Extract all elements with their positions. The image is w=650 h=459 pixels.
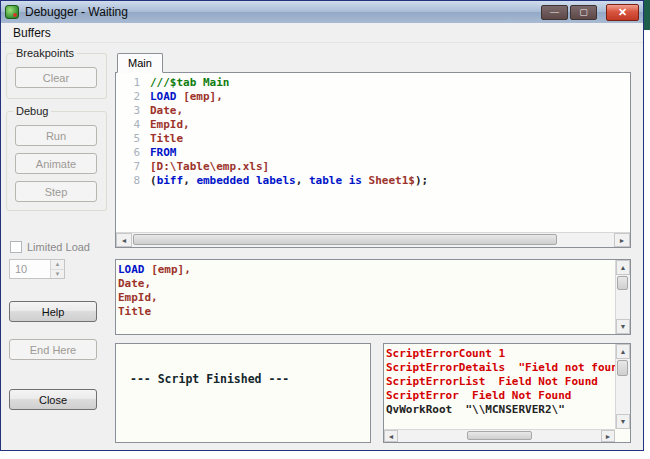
current-statement-panel: LOAD [emp],Date,EmpId,Title ▲ ▼ [115, 259, 631, 335]
code-line: ScriptError Field Not Found [386, 389, 613, 403]
maximize-icon[interactable]: ▢ [570, 5, 597, 20]
load-limit-value: 10 [10, 260, 50, 278]
scroll-up-icon[interactable]: ▲ [616, 344, 630, 359]
script-status-text: --- Script Finished --- [116, 344, 370, 386]
debugger-dialog: Debugger - Waiting — ▢ ✕ Buffers Breakpo… [0, 0, 644, 451]
script-editor-panel[interactable]: 1///$tab Main2LOAD [emp],3Date,4EmpId,5T… [115, 72, 631, 248]
step-button[interactable]: Step [15, 181, 97, 202]
dialog-client-area: Breakpoints Clear Debug Run Animate Step… [1, 43, 643, 450]
code-line: 4EmpId, [118, 118, 628, 132]
scroll-right-icon[interactable]: ► [614, 233, 630, 247]
variables-panel: ScriptErrorCount 1ScriptErrorDetails "Fi… [383, 343, 631, 443]
menubar: Buffers [1, 23, 643, 43]
progress-vscroll-thumb[interactable] [617, 276, 628, 290]
code-line: 5Title [118, 132, 628, 146]
scroll-left-icon[interactable]: ◄ [384, 430, 398, 442]
code-line: ScriptErrorCount 1 [386, 347, 613, 361]
end-here-button[interactable]: End Here [9, 339, 97, 360]
limited-load-row: Limited Load [10, 241, 90, 253]
code-line: Title [118, 305, 613, 319]
variables-hscroll-thumb[interactable] [467, 431, 532, 440]
code-line: 7[D:\Table\emp.xls] [118, 160, 628, 174]
code-line: Date, [118, 277, 613, 291]
variables-text: ScriptErrorCount 1ScriptErrorDetails "Fi… [384, 344, 615, 429]
script-code: 1///$tab Main2LOAD [emp],3Date,4EmpId,5T… [116, 73, 630, 232]
debug-label: Debug [13, 105, 51, 117]
variables-hscroll-track[interactable] [398, 430, 601, 442]
code-line: 3Date, [118, 104, 628, 118]
editor-hscroll-track[interactable] [132, 233, 614, 247]
close-icon[interactable]: ✕ [606, 4, 639, 21]
code-line: 8(biff, embedded labels, table is Sheet1… [118, 174, 628, 188]
scroll-up-icon[interactable]: ▲ [616, 260, 630, 275]
window-title: Debugger - Waiting [25, 5, 128, 19]
variables-vscroll-track[interactable] [616, 359, 630, 414]
code-line: 2LOAD [emp], [118, 90, 628, 104]
minimize-icon[interactable]: — [541, 5, 568, 20]
app-icon [5, 5, 19, 19]
progress-vscrollbar[interactable]: ▲ ▼ [615, 260, 630, 334]
spinner-arrows: ▲ ▼ [50, 260, 64, 278]
scroll-down-icon[interactable]: ▼ [616, 319, 630, 334]
progress-vscroll-track[interactable] [616, 275, 630, 319]
run-button[interactable]: Run [15, 125, 97, 146]
variables-vscroll-thumb[interactable] [617, 360, 628, 376]
variables-hscrollbar[interactable]: ◄ ► [384, 429, 615, 442]
scroll-left-icon[interactable]: ◄ [116, 233, 132, 247]
current-statement-code: LOAD [emp],Date,EmpId,Title [116, 260, 615, 334]
caption-buttons: — ▢ ✕ [541, 4, 639, 21]
load-limit-spinner[interactable]: 10 ▲ ▼ [9, 259, 65, 279]
code-line: ScriptErrorList Field Not Found [386, 375, 613, 389]
limited-load-checkbox[interactable] [10, 241, 22, 253]
variables-vscrollbar[interactable]: ▲ ▼ [615, 344, 630, 429]
breakpoints-label: Breakpoints [13, 47, 77, 59]
code-line: EmpId, [118, 291, 613, 305]
code-line: ScriptErrorDetails "Field not found [386, 361, 613, 375]
code-line: QvWorkRoot "\\MCNSERVER2\" [386, 403, 613, 417]
code-line: 1///$tab Main [118, 76, 628, 90]
scroll-down-icon[interactable]: ▼ [616, 414, 630, 429]
code-line: 6FROM [118, 146, 628, 160]
animate-button[interactable]: Animate [15, 153, 97, 174]
tab-main[interactable]: Main [117, 53, 163, 73]
menu-buffers[interactable]: Buffers [5, 24, 59, 42]
editor-hscrollbar[interactable]: ◄ ► [116, 232, 630, 247]
script-status-panel: --- Script Finished --- [115, 343, 371, 443]
spinner-up-icon[interactable]: ▲ [51, 260, 64, 270]
help-button[interactable]: Help [9, 301, 97, 322]
scroll-right-icon[interactable]: ► [601, 430, 615, 442]
spinner-down-icon[interactable]: ▼ [51, 270, 64, 279]
clear-button[interactable]: Clear [15, 67, 97, 88]
code-line: LOAD [emp], [118, 263, 613, 277]
close-button[interactable]: Close [9, 389, 97, 410]
editor-hscroll-thumb[interactable] [133, 234, 557, 245]
titlebar[interactable]: Debugger - Waiting — ▢ ✕ [1, 1, 643, 23]
limited-load-label: Limited Load [27, 241, 90, 253]
